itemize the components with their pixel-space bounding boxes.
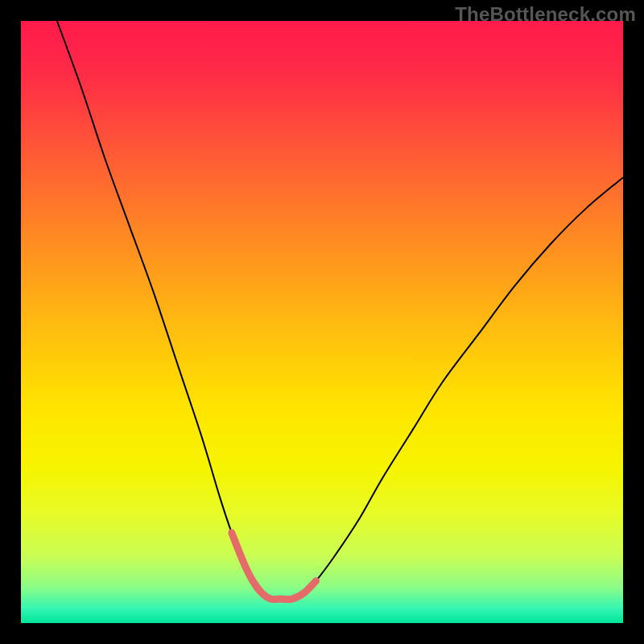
chart-stage: TheBottleneck.com bbox=[0, 0, 644, 644]
bottleneck-chart bbox=[21, 21, 623, 623]
plot-background bbox=[21, 21, 623, 623]
